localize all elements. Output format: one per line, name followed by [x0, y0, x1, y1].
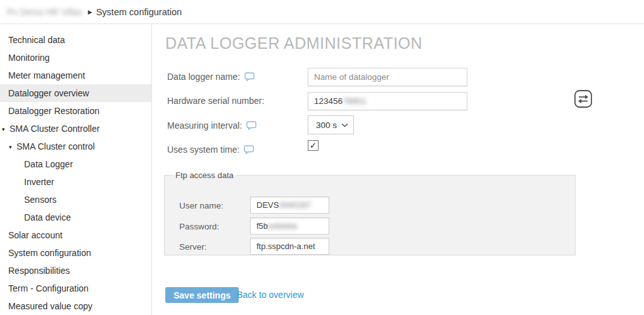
sidebar-item-label: Datalogger Restoration	[8, 106, 99, 116]
serial-value: 123456	[314, 96, 343, 106]
breadcrumb: Pv Demo HR Villas ▶ System configuration	[0, 0, 644, 24]
label-text: User name:	[179, 201, 224, 210]
sidebar-item-label: Responsibilities	[8, 266, 70, 276]
sidebar-item-label: SMA Cluster Controller	[9, 124, 99, 134]
breadcrumb-arrow-icon: ▶	[88, 9, 92, 15]
sidebar-item-label: Inverter	[24, 177, 54, 187]
measuring-interval-select[interactable]: 300 s	[308, 115, 354, 134]
main-content: DATA LOGGER ADMINISTRATION Data logger n…	[152, 24, 644, 315]
label-text: Uses system time:	[167, 145, 239, 155]
sidebar-item-measured-value-copy[interactable]: Measured value copy	[0, 297, 151, 315]
ftp-server-label: Server:	[179, 241, 207, 252]
help-bubble-icon[interactable]	[244, 72, 255, 82]
breadcrumb-page-label: System configuration	[96, 7, 182, 17]
serial-label: Hardware serial number:	[167, 95, 264, 106]
sidebar-item-sensors[interactable]: Sensors	[0, 191, 151, 209]
label-text: Server:	[179, 242, 207, 252]
ftp-password-label: Password:	[179, 221, 219, 232]
datalogger-name-input[interactable]: Name of datalogger	[308, 68, 467, 86]
help-bubble-icon[interactable]	[246, 121, 257, 131]
ftp-user-value-redacted: 0040287	[279, 200, 311, 210]
ftp-server-input[interactable]: ftp.sspcdn-a.net	[250, 238, 329, 255]
transfer-swap-button[interactable]	[574, 89, 593, 108]
ftp-password-value: f5b	[256, 221, 268, 231]
sidebar-item-label: Datalogger overview	[8, 88, 89, 98]
sidebar-item-label: SMA Cluster control	[16, 141, 95, 151]
back-to-overview-link[interactable]: Back to overview	[237, 290, 304, 300]
sidebar-item-label: System configuration	[8, 248, 91, 258]
label-text: Hardware serial number:	[167, 96, 264, 106]
sidebar-item-label: Monitoring	[8, 53, 49, 63]
system-time-label: Uses system time:	[167, 144, 255, 155]
interval-label: Measuring interval:	[167, 120, 257, 131]
datalogger-name-label: Data logger name:	[167, 71, 255, 82]
sidebar-item-label: Measured value copy	[8, 301, 92, 311]
save-settings-button[interactable]: Save settings	[165, 287, 239, 303]
ftp-password-value-redacted: w4dxkie	[268, 221, 298, 231]
sidebar-item-label: Data device	[24, 212, 71, 222]
breadcrumb-site-redacted[interactable]: Pv Demo HR Villas	[7, 7, 82, 17]
sidebar-item-meter-management[interactable]: Meter management	[0, 67, 151, 84]
ftp-user-label: User name:	[179, 200, 224, 211]
sidebar-item-responsibilities[interactable]: Responsibilities	[0, 262, 151, 280]
measuring-interval-value: 300 s	[316, 120, 337, 130]
ftp-server-value: ftp.sspcdn-a.net	[256, 241, 315, 251]
check-icon: ✓	[310, 141, 317, 150]
sidebar-item-technical-data[interactable]: Technical data	[0, 31, 151, 49]
chevron-down-icon	[341, 123, 348, 127]
ftp-user-value: DEVS	[256, 200, 279, 210]
sidebar-nav: Technical data Monitoring Meter manageme…	[0, 24, 152, 315]
page-title: DATA LOGGER ADMINISTRATION	[165, 34, 422, 53]
sidebar-item-label: Sensors	[24, 195, 56, 205]
sidebar-item-monitoring[interactable]: Monitoring	[0, 49, 151, 67]
help-bubble-icon[interactable]	[244, 145, 255, 155]
ftp-password-input[interactable]: f5b w4dxkie	[250, 217, 329, 235]
label-text: Password:	[179, 222, 219, 231]
label-text: Measuring interval:	[167, 120, 242, 131]
ftp-legend: Ftp access data	[172, 170, 237, 180]
sidebar-item-label: Term - Configuration	[8, 283, 89, 293]
sidebar-item-data-logger[interactable]: Data Logger	[0, 155, 151, 173]
system-time-checkbox[interactable]: ✓	[308, 140, 319, 151]
sidebar-item-term-configuration[interactable]: Term - Configuration	[0, 280, 151, 297]
sidebar-item-solar-account[interactable]: Solar account	[0, 226, 151, 244]
sidebar-item-label: Solar account	[8, 230, 63, 240]
sidebar-item-datalogger-overview[interactable]: Datalogger overview	[0, 84, 151, 102]
sidebar-item-label: Data Logger	[24, 159, 73, 169]
datalogger-name-placeholder: Name of datalogger	[314, 72, 389, 82]
sidebar-item-data-device[interactable]: Data device	[0, 209, 151, 226]
sidebar-item-system-configuration[interactable]: System configuration	[0, 244, 151, 262]
sidebar-item-datalogger-restoration[interactable]: Datalogger Restoration	[0, 102, 151, 120]
caret-down-icon[interactable]: ▾	[2, 120, 9, 138]
sidebar-item-label: Technical data	[8, 35, 65, 45]
ftp-user-input[interactable]: DEVS 0040287	[250, 196, 329, 214]
caret-down-icon[interactable]: ▾	[9, 138, 16, 156]
sidebar-item-sma-cluster-control[interactable]: ▾SMA Cluster control	[0, 138, 151, 155]
ftp-access-fieldset: Ftp access data User name: DEVS 0040287 …	[164, 170, 576, 255]
sidebar-item-sma-cluster-controller[interactable]: ▾SMA Cluster Controller	[0, 120, 151, 138]
sidebar-item-label: Meter management	[8, 70, 85, 80]
serial-input[interactable]: 123456 78901	[308, 92, 467, 110]
label-text: Data logger name:	[167, 72, 240, 82]
sidebar-item-inverter[interactable]: Inverter	[0, 173, 151, 191]
serial-value-redacted: 78901	[343, 96, 367, 106]
